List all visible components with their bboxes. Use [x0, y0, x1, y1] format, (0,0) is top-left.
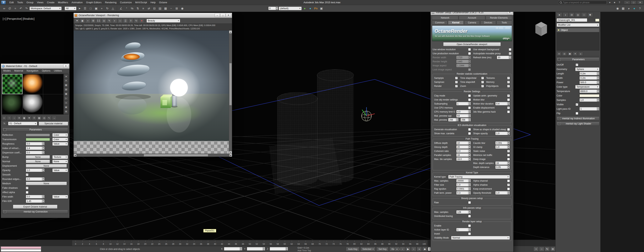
menu-item[interactable]: Modifiers: [56, 0, 70, 4]
go-to-parent-icon[interactable]: ↖: [47, 116, 52, 120]
spinner[interactable]: [262, 247, 265, 251]
spinner[interactable]: [42, 195, 44, 198]
value-field[interactable]: 64: [456, 114, 471, 118]
configure-modifier-sets-icon[interactable]: ≡: [578, 52, 583, 56]
map-button[interactable]: None: [26, 164, 67, 168]
fit-to-window-icon[interactable]: ⊞: [91, 18, 96, 23]
dropdown[interactable]: Path Tracing▾: [448, 175, 510, 179]
checkbox[interactable]: [481, 81, 484, 83]
mode-dropdown[interactable]: None▾: [52, 160, 68, 163]
named-selection-set-dropdown[interactable]: (default)▾: [279, 6, 302, 10]
mode-dropdown[interactable]: Value▾: [52, 195, 68, 199]
spinner[interactable]: [468, 102, 471, 105]
sign-in-icon[interactable]: ▾: [608, 0, 612, 4]
spinner[interactable]: [468, 145, 471, 149]
menu-item[interactable]: Create: [45, 0, 56, 4]
value-field[interactable]: 1720: [456, 56, 471, 59]
subsampling-icon[interactable]: ▒: [123, 18, 128, 23]
mode-dropdown[interactable]: Value▾: [52, 168, 68, 172]
checkbox[interactable]: [507, 128, 510, 131]
bind-to-space-warp-icon[interactable]: ≈: [13, 6, 18, 11]
value-field[interactable]: 1.0: [495, 145, 510, 149]
spinner[interactable]: [597, 98, 599, 102]
spinner[interactable]: [468, 149, 471, 153]
spinner[interactable]: [276, 7, 278, 10]
value-field[interactable]: 0.001: [495, 141, 510, 145]
checkbox[interactable]: [507, 77, 510, 79]
checkbox[interactable]: [507, 188, 510, 190]
rollout-mental-ray-shader[interactable]: + mental ray Light Shader: [556, 122, 600, 126]
select-and-rotate-icon[interactable]: ↻: [105, 6, 110, 11]
value-field[interactable]: 0.0: [26, 142, 44, 145]
pick-material-icon[interactable]: ✎: [107, 18, 112, 23]
spinner[interactable]: [468, 210, 471, 214]
modifier-stack[interactable]: Object: [556, 28, 600, 50]
tab[interactable]: Common: [432, 20, 448, 24]
mode-dropdown[interactable]: Texture▾: [52, 155, 68, 159]
close-button[interactable]: ✕: [63, 64, 68, 68]
select-by-material-icon[interactable]: ◉: [64, 105, 68, 109]
go-to-start-icon[interactable]: «: [394, 247, 400, 251]
show-map-in-viewport-icon[interactable]: ▦: [37, 116, 42, 120]
menu-item[interactable]: Group: [25, 0, 35, 4]
rollout-mental-ray-indirect[interactable]: + mental ray Indirect Illumination: [556, 117, 600, 121]
video-color-check-icon[interactable]: ▣: [64, 92, 68, 96]
spinner[interactable]: [468, 183, 471, 186]
checkbox[interactable]: [507, 179, 510, 182]
spinner[interactable]: [42, 142, 44, 145]
checkbox[interactable]: [576, 103, 578, 106]
spinner[interactable]: [468, 56, 471, 59]
spinner[interactable]: [597, 72, 599, 75]
checkbox[interactable]: [468, 68, 471, 71]
material-slot[interactable]: [23, 74, 43, 94]
selection-filter-dropdown[interactable]: All▾: [64, 6, 76, 10]
checkbox[interactable]: [481, 85, 484, 88]
menu-item[interactable]: Navigation: [25, 69, 40, 73]
value-field[interactable]: 4.0: [456, 110, 471, 114]
checkbox[interactable]: [507, 150, 510, 152]
stop-render-icon[interactable]: ■: [139, 18, 144, 23]
tab[interactable]: Tools: [496, 20, 512, 24]
sample-type-icon[interactable]: ●: [64, 74, 68, 78]
select-by-name-icon[interactable]: ☰: [82, 6, 88, 11]
object-color-swatch[interactable]: [595, 19, 600, 22]
menu-item[interactable]: Octane: [158, 0, 169, 4]
point-cloud-objects[interactable]: [269, 69, 354, 194]
select-object-icon[interactable]: ➤: [77, 6, 82, 11]
spinner[interactable]: [468, 60, 471, 63]
checkbox[interactable]: [468, 98, 471, 101]
spinner[interactable]: [507, 132, 510, 135]
pan-view-icon[interactable]: +: [534, 247, 539, 251]
pick-white-balance-icon[interactable]: ◐: [112, 18, 117, 23]
pin-stack-icon[interactable]: ⊙: [556, 52, 562, 56]
value-field[interactable]: 256: [460, 118, 471, 122]
value-field[interactable]: 1.0: [495, 191, 510, 195]
minimize-button[interactable]: –: [215, 13, 220, 17]
spinner[interactable]: [507, 102, 510, 105]
menu-item[interactable]: Views: [35, 0, 45, 4]
value-field[interactable]: 1.0: [26, 168, 44, 172]
value-field[interactable]: 1.0: [456, 183, 471, 187]
checkbox[interactable]: [468, 233, 471, 235]
go-forward-to-sibling-icon[interactable]: →: [52, 116, 56, 120]
value-field[interactable]: 30: [497, 56, 512, 59]
expand-icon[interactable]: +: [558, 117, 560, 120]
spinner[interactable]: [597, 81, 599, 84]
atmospheres-effects-icon[interactable]: ●: [302, 6, 307, 11]
rollout-parameters[interactable]: – Parameters: [2, 127, 68, 132]
render-production-icon[interactable]: ◕: [626, 6, 631, 11]
checkbox[interactable]: [26, 173, 28, 176]
spinner[interactable]: [509, 56, 511, 59]
mode-dropdown[interactable]: Color▾: [52, 133, 68, 137]
spinner[interactable]: [468, 110, 471, 113]
collapse-icon[interactable]: –: [4, 128, 6, 131]
collapse-icon[interactable]: –: [558, 58, 560, 61]
spinner[interactable]: [468, 64, 471, 67]
scroll-up-arrow[interactable]: ▲: [229, 30, 232, 33]
spinner[interactable]: [468, 187, 471, 190]
next-frame-icon[interactable]: ›: [411, 247, 416, 251]
pause-render-icon[interactable]: ‖: [128, 18, 133, 23]
select-and-scale-icon[interactable]: △: [110, 6, 116, 11]
spinner[interactable]: [456, 118, 458, 122]
spinner[interactable]: [468, 141, 471, 145]
